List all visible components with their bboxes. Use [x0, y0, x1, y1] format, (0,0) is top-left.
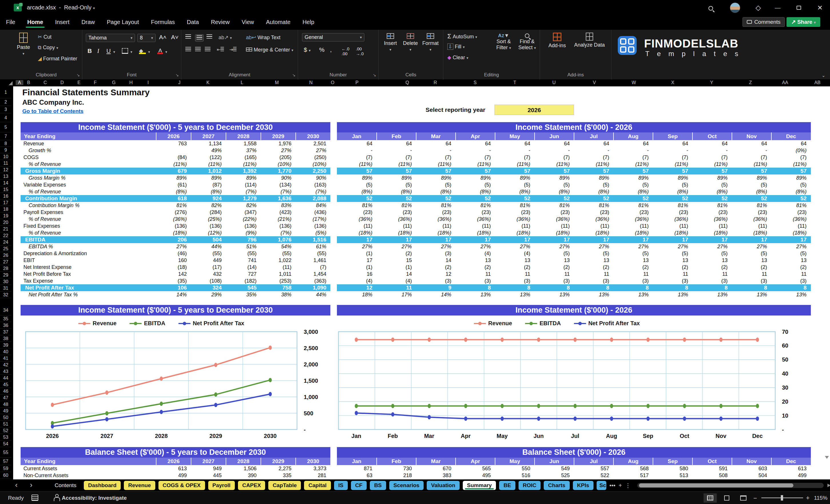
cell[interactable]: (5)	[534, 182, 574, 188]
sheet-tab-sc[interactable]: Sc	[597, 481, 606, 490]
cell[interactable]: (347)	[226, 209, 261, 215]
cell[interactable]: (7)	[653, 154, 692, 160]
row-header-28[interactable]: 28	[0, 265, 11, 272]
cell[interactable]: 1,636	[261, 195, 295, 202]
row-header-43[interactable]: 43	[0, 368, 11, 375]
cell[interactable]: (5)	[495, 182, 534, 188]
cell[interactable]: -	[337, 148, 376, 154]
cell[interactable]: (4)	[495, 251, 534, 257]
cell[interactable]: 13	[692, 257, 732, 263]
cell[interactable]: 27%	[295, 148, 330, 154]
cell[interactable]: (205)	[261, 154, 295, 160]
cell[interactable]: 13	[495, 257, 534, 263]
cell[interactable]: 8	[771, 285, 810, 291]
cell[interactable]: 90%	[295, 175, 330, 181]
column-label-2027[interactable]: 2027	[191, 132, 226, 140]
cell[interactable]: (8%)	[376, 189, 416, 195]
cell[interactable]: 1,461	[295, 257, 330, 263]
menu-tab-page-layout[interactable]: Page Layout	[101, 15, 145, 28]
column-header-B[interactable]: B	[27, 80, 30, 85]
cell[interactable]: (7)	[771, 154, 810, 160]
cell[interactable]: (11)	[613, 223, 653, 229]
cell[interactable]: 64	[376, 141, 416, 147]
cell[interactable]: 160	[156, 257, 191, 263]
ribbon-collapse-icon[interactable]: ⌄	[822, 73, 825, 78]
row-header-27[interactable]: 27	[0, 259, 11, 265]
horizontal-scrollbar[interactable]	[637, 483, 824, 488]
cell[interactable]: (7)	[732, 154, 771, 160]
menu-tab-insert[interactable]: Insert	[49, 15, 75, 28]
file-info[interactable]: arcade.xlsx - Read-Only ▾	[27, 4, 95, 11]
cell[interactable]: 84%	[295, 202, 330, 209]
cell[interactable]: 11	[653, 271, 692, 277]
cell[interactable]: 603	[732, 466, 771, 472]
row-label[interactable]: Fixed Expenses	[21, 223, 156, 229]
cell[interactable]: 3,373	[295, 466, 330, 472]
cell[interactable]: 17	[771, 237, 810, 243]
cell[interactable]: 11	[574, 271, 613, 277]
row-header-11[interactable]: 11	[0, 160, 11, 166]
cell[interactable]: 2,250	[295, 168, 330, 174]
row-label[interactable]: Payroll Expenses	[21, 209, 156, 215]
font-name-select[interactable]: Tahoma▾	[86, 34, 135, 42]
column-label-mar[interactable]: Mar	[416, 132, 455, 140]
cell[interactable]: 679	[156, 168, 191, 174]
column-label-apr[interactable]: Apr	[455, 458, 495, 465]
cell[interactable]: (8%)	[732, 189, 771, 195]
cell[interactable]: 741	[226, 257, 261, 263]
cell[interactable]: 13	[613, 257, 653, 263]
cell[interactable]: 1,090	[295, 285, 330, 291]
cell[interactable]: 52	[653, 195, 692, 202]
cell[interactable]: (136)	[226, 223, 261, 229]
cell[interactable]: (12%)	[191, 230, 226, 236]
toc-link[interactable]: Go to Table of Contents	[22, 108, 84, 115]
row-header-31[interactable]: 31	[0, 285, 11, 291]
tab-menu-icon[interactable]: ⋮	[625, 481, 631, 490]
cell[interactable]: 17	[534, 237, 574, 243]
column-header-G[interactable]: G	[112, 80, 116, 85]
cell[interactable]: (23)	[534, 209, 574, 215]
cell[interactable]: 81%	[692, 202, 732, 209]
row-header-53[interactable]: 53	[0, 434, 11, 441]
cell[interactable]: 324	[191, 285, 226, 291]
cell[interactable]: 89%	[416, 175, 455, 181]
cell[interactable]: 52	[692, 195, 732, 202]
cell[interactable]: (2)	[455, 264, 495, 270]
zoom-slider[interactable]	[761, 497, 803, 498]
cell[interactable]: 57	[495, 168, 534, 174]
column-header-C[interactable]: C	[43, 80, 47, 85]
cell[interactable]: 64	[732, 141, 771, 147]
cell[interactable]: 52	[534, 195, 574, 202]
row-label[interactable]: Variable Expenses	[21, 182, 156, 188]
cell[interactable]: 64	[653, 141, 692, 147]
wrap-text-button[interactable]: ab↩ Wrap Text	[246, 34, 281, 41]
column-header-K[interactable]: K	[206, 80, 210, 85]
cell[interactable]: 38%	[261, 292, 295, 298]
cell[interactable]: (11%)	[156, 161, 191, 167]
close-button[interactable]: ✕	[816, 3, 824, 12]
cell[interactable]: 1,558	[226, 141, 261, 147]
horizontal-scroll-thumb[interactable]	[639, 483, 793, 487]
column-label-aug[interactable]: Aug	[613, 458, 653, 465]
balance-sheet-annual-table[interactable]: Balance Sheet ($'000) - 5 years to Decem…	[21, 447, 330, 479]
cell[interactable]: 83%	[261, 202, 295, 209]
cell[interactable]: 27%	[376, 244, 416, 250]
cell[interactable]: 82%	[191, 202, 226, 209]
menu-tab-automate[interactable]: Automate	[260, 15, 296, 28]
balance-sheet-monthly-table[interactable]: Balance Sheet ($'000) - 2026JanFebMarApr…	[337, 447, 811, 479]
cell[interactable]: 730	[376, 466, 416, 472]
cell[interactable]: 142	[156, 271, 191, 277]
row-header-16[interactable]: 16	[0, 193, 11, 199]
cell[interactable]: (7)	[534, 154, 574, 160]
row-header-51[interactable]: 51	[0, 421, 11, 427]
cell[interactable]: (7%)	[295, 189, 330, 195]
cell[interactable]: (2)	[416, 264, 455, 270]
sheet-tab-valuation[interactable]: Valuation	[427, 481, 459, 490]
cell[interactable]: 52	[732, 195, 771, 202]
cell[interactable]: 29%	[191, 292, 226, 298]
cell[interactable]: 13	[771, 257, 810, 263]
fill-color-caret-icon[interactable]: ▾	[148, 50, 150, 54]
cell[interactable]: (5%)	[295, 230, 330, 236]
row-header-25[interactable]: 25	[0, 245, 11, 252]
cell[interactable]: (36%)	[495, 216, 534, 222]
